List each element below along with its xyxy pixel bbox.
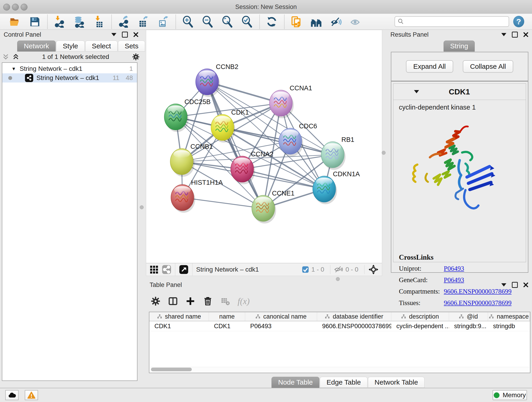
node-table[interactable]: shared namenamecanonical namedatabase id… (149, 312, 530, 373)
right-splitter-handle[interactable] (382, 151, 386, 155)
collapse-all-icon[interactable] (2, 53, 9, 60)
crosslink-label: Uniprot: (399, 265, 444, 272)
tab-sets[interactable]: Sets (118, 41, 145, 51)
search-field[interactable] (394, 16, 509, 27)
table-cell[interactable]: CDK1 (209, 321, 245, 331)
current-network-bullet-icon (8, 76, 12, 80)
zoom-selected-icon[interactable] (241, 16, 253, 28)
delete-column-icon[interactable] (203, 296, 213, 306)
help-button[interactable]: ? (513, 16, 524, 27)
network-graph[interactable]: CCNB2CCNA1CDC25BCDK1CDC6RB1CCNB1CCNA2CDK… (146, 30, 382, 263)
table-cell[interactable]: CDK1 (149, 321, 209, 331)
tab-select[interactable]: Select (85, 41, 118, 51)
panel-close-icon[interactable] (133, 32, 138, 37)
network-tree-row-selected[interactable]: String Network – cdk1 11 48 (2, 73, 137, 83)
export-network-icon[interactable] (118, 16, 130, 28)
selected-checkbox-icon[interactable] (302, 266, 309, 273)
detach-view-icon[interactable] (179, 265, 189, 274)
network-collection-count: 1 (129, 65, 133, 72)
network-node-HIST1H1A[interactable]: HIST1H1A (171, 179, 223, 213)
column-header-shared-name[interactable]: shared name (149, 312, 209, 321)
column-header-namespace[interactable]: namespace (488, 312, 530, 321)
cloud-icon (8, 392, 16, 398)
table-cell[interactable]: stringdb (488, 321, 530, 331)
grid-view-icon[interactable] (149, 265, 158, 274)
panel-float-icon[interactable] (501, 283, 506, 287)
network-edge-CCNB2-CCNE1[interactable] (207, 82, 263, 208)
import-network-icon[interactable] (54, 16, 65, 28)
show-all-icon[interactable] (350, 16, 361, 28)
cloud-status-button[interactable] (5, 390, 19, 400)
save-session-icon[interactable] (29, 16, 41, 28)
network-node-CDKN1A[interactable]: CDKN1A (313, 170, 360, 204)
network-node-CDC25B[interactable]: CDC25B (164, 98, 210, 132)
table-options-gear-icon[interactable] (151, 296, 161, 306)
zoom-fit-icon[interactable] (221, 16, 233, 28)
first-neighbors-icon[interactable] (310, 16, 322, 28)
column-header-database-identifier[interactable]: database identifier (317, 312, 391, 321)
show-columns-icon[interactable] (168, 296, 178, 306)
scrollbar-thumb[interactable] (151, 368, 192, 371)
node-label-CCNE1: CCNE1 (272, 190, 294, 197)
network-node-CCNE1[interactable]: CCNE1 (252, 190, 294, 223)
open-session-icon[interactable] (9, 16, 21, 28)
import-table-icon[interactable] (93, 16, 105, 28)
table-cell[interactable]: cyclin-dependent ... (391, 321, 449, 331)
tab-style[interactable]: Style (56, 41, 85, 51)
warning-status-button[interactable] (25, 390, 38, 400)
expand-all-button[interactable]: Expand All (406, 60, 453, 73)
column-header-@id[interactable]: @id (449, 312, 488, 321)
hidden-count: 0 - 0 (346, 266, 358, 273)
tree-expander-icon[interactable]: ▼ (12, 66, 16, 71)
export-table-icon[interactable] (138, 16, 149, 28)
hide-selected-icon[interactable] (330, 16, 342, 28)
table-row[interactable]: CDK1CDK1P064939606.ENSP00000378699cyclin… (149, 321, 530, 331)
zoom-out-icon[interactable] (202, 16, 214, 28)
panel-float-icon[interactable] (501, 33, 506, 36)
left-splitter-handle[interactable] (140, 205, 144, 209)
refresh-icon[interactable] (266, 16, 278, 28)
table-cell[interactable]: P06493 (245, 321, 317, 331)
collapse-section-icon[interactable] (414, 90, 419, 93)
network-options-gear-icon[interactable] (132, 53, 140, 61)
network-canvas[interactable]: CCNB2CCNA1CDC25BCDK1CDC6RB1CCNB1CCNA2CDK… (146, 30, 382, 263)
search-input[interactable] (406, 18, 509, 26)
expand-all-icon[interactable] (12, 53, 19, 60)
network-node-CCNB2[interactable]: CCNB2 (196, 63, 238, 97)
tab-network-table[interactable]: Network Table (368, 377, 425, 388)
panel-maximize-icon[interactable] (512, 282, 518, 288)
table-cell[interactable]: stringdb:9... (449, 321, 488, 331)
edge-count: 48 (126, 74, 133, 82)
column-header-canonical-name[interactable]: canonical name (245, 312, 317, 321)
collapse-all-button[interactable]: Collapse All (463, 60, 513, 73)
memory-button[interactable]: Memory (493, 390, 527, 400)
panel-maximize-icon[interactable] (512, 32, 518, 38)
tab-edge-table[interactable]: Edge Table (320, 377, 367, 388)
column-header-description[interactable]: description (391, 312, 449, 321)
panel-float-icon[interactable] (111, 33, 116, 36)
crosslink-link[interactable]: P06493 (444, 265, 464, 272)
panel-close-icon[interactable] (523, 282, 528, 287)
column-header-name[interactable]: name (209, 312, 245, 321)
network-node-RB1[interactable]: RB1 (321, 136, 354, 170)
tab-node-table[interactable]: Node Table (272, 377, 319, 388)
create-column-icon[interactable] (185, 296, 196, 306)
protein-description: cyclin-dependent kinase 1 (393, 100, 526, 111)
clone-network-icon[interactable] (291, 16, 302, 28)
string-view-icon[interactable] (162, 265, 171, 274)
panel-close-icon[interactable] (523, 32, 528, 37)
birdseye-crosshair-icon[interactable] (368, 264, 379, 275)
table-horizontal-scrollbar[interactable] (150, 367, 529, 372)
table-cell[interactable]: 9606.ENSP00000378699 (317, 321, 391, 331)
tab-string[interactable]: String (443, 41, 475, 51)
export-image-icon[interactable] (157, 16, 169, 28)
tab-network[interactable]: Network (17, 41, 56, 51)
panel-maximize-icon[interactable] (122, 32, 128, 38)
network-node-CDC6[interactable]: CDC6 (279, 122, 317, 156)
network-node-CCNA1[interactable]: CCNA1 (269, 84, 312, 118)
zoom-in-icon[interactable] (182, 16, 194, 28)
import-network-from-database-icon[interactable] (73, 16, 85, 28)
network-tree-root-row[interactable]: ▼ String Network – cdk1 1 (2, 64, 137, 73)
protein-card-header[interactable]: CDK1 (393, 84, 526, 100)
network-node-CCNB1[interactable]: CCNB1 (170, 143, 213, 177)
